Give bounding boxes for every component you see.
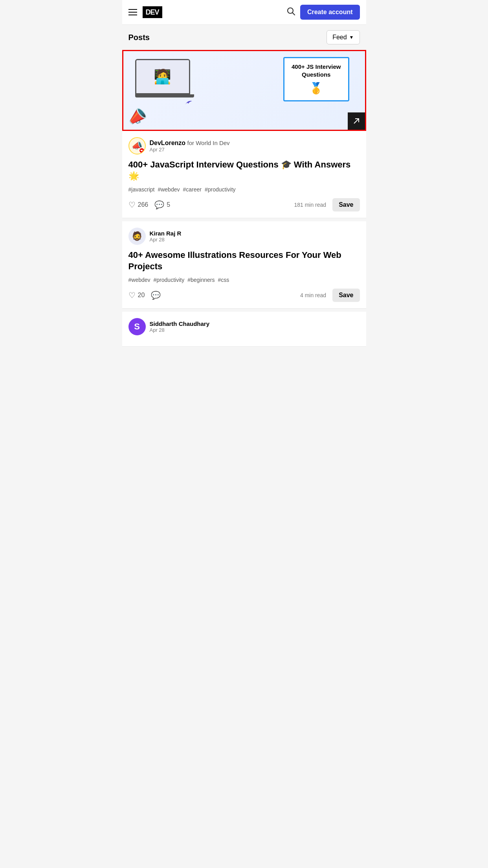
bird-icon (184, 99, 193, 108)
comment-count: 5 (167, 201, 170, 208)
read-time: 4 min read (300, 292, 326, 298)
like-count: 266 (138, 201, 149, 208)
comment-action[interactable]: 💬 (151, 291, 161, 300)
posts-title: Posts (128, 33, 150, 42)
post-card: S Siddharth Chaudhary Apr 28 (122, 312, 366, 347)
like-action[interactable]: ♡ 20 (128, 291, 145, 300)
feed-dropdown[interactable]: Feed ▼ (327, 30, 360, 44)
avatar-initial: S (134, 322, 140, 332)
post-tag[interactable]: #productivity (154, 277, 185, 283)
create-account-button[interactable]: Create account (300, 5, 360, 20)
save-button[interactable]: Save (332, 198, 360, 211)
post-tag[interactable]: #productivity (205, 186, 236, 193)
avatar-badge: ❤ (139, 147, 145, 154)
author-name[interactable]: DevLorenzo for World In Dev (150, 140, 230, 147)
post-tags: #webdev #productivity #beginners #css (128, 277, 360, 283)
search-icon[interactable] (286, 6, 295, 18)
avatar[interactable]: S (128, 318, 146, 335)
post-author-row: S Siddharth Chaudhary Apr 28 (128, 318, 360, 335)
author-info: DevLorenzo for World In Dev Apr 27 (150, 140, 230, 153)
author-info: Siddharth Chaudhary Apr 28 (150, 320, 210, 333)
svg-line-1 (292, 13, 295, 15)
heart-icon: ♡ (128, 291, 136, 300)
read-time: 181 min read (294, 202, 326, 208)
cert-text: 400+ JS InterviewQuestions (292, 63, 341, 78)
header-right: Create account (286, 5, 360, 20)
post-tag[interactable]: #webdev (158, 186, 180, 193)
post-tag[interactable]: #css (218, 277, 229, 283)
comment-icon: 💬 (151, 291, 161, 300)
post-tag[interactable]: #career (183, 186, 201, 193)
header-left: DEV (128, 6, 162, 18)
post-actions: ♡ 266 💬 5 181 min read Save (128, 198, 360, 211)
author-name[interactable]: Siddharth Chaudhary (150, 320, 210, 327)
feed-label: Feed (332, 34, 347, 41)
post-date: Apr 27 (150, 147, 230, 153)
featured-image-banner[interactable]: 🧑‍💻 📣 400+ JS InterviewQuestions 🥇 (122, 50, 366, 131)
avatar[interactable]: 📣 ❤ (128, 137, 146, 154)
post-tag[interactable]: #webdev (128, 277, 150, 283)
post-date: Apr 28 (150, 327, 210, 333)
post-card: 🧔 Kiran Raj R Apr 28 40+ Awesome Illustr… (122, 221, 366, 309)
post-date: Apr 28 (150, 237, 182, 243)
header: DEV Create account (122, 0, 366, 25)
certificate-box: 400+ JS InterviewQuestions 🥇 (283, 57, 349, 101)
post-title[interactable]: 400+ JavaScript Interview Questions 🎓 Wi… (128, 159, 360, 182)
author-name[interactable]: Kiran Raj R (150, 230, 182, 237)
medal-icon: 🥇 (292, 81, 341, 96)
post-actions: ♡ 20 💬 4 min read Save (128, 289, 360, 302)
like-count: 20 (138, 292, 145, 299)
megaphone-icon: 📣 (125, 105, 149, 129)
comment-action[interactable]: 💬 5 (154, 200, 170, 210)
post-card: 📣 ❤ DevLorenzo for World In Dev Apr 27 4… (122, 131, 366, 218)
like-action[interactable]: ♡ 266 (128, 200, 149, 210)
comment-icon: 💬 (154, 200, 164, 210)
heart-icon: ♡ (128, 200, 136, 210)
post-tag[interactable]: #javascript (128, 186, 155, 193)
post-title[interactable]: 40+ Awesome Illustrations Resources For … (128, 250, 360, 272)
post-author-row: 🧔 Kiran Raj R Apr 28 (128, 228, 360, 245)
heart-icon: ❤ (140, 149, 143, 153)
author-info: Kiran Raj R Apr 28 (150, 230, 182, 243)
laptop-person-icon: 🧑‍💻 (154, 68, 171, 85)
avatar[interactable]: 🧔 (128, 228, 146, 245)
dev-logo[interactable]: DEV (143, 6, 162, 18)
post-author-row: 📣 ❤ DevLorenzo for World In Dev Apr 27 (128, 137, 360, 154)
l-button[interactable] (348, 112, 365, 130)
chevron-down-icon: ▼ (349, 35, 354, 40)
featured-image-inner: 🧑‍💻 📣 400+ JS InterviewQuestions 🥇 (123, 51, 365, 130)
post-tags: #javascript #webdev #career #productivit… (128, 186, 360, 193)
post-tag[interactable]: #beginners (187, 277, 215, 283)
posts-bar: Posts Feed ▼ (122, 25, 366, 50)
avatar-emoji: 🧔 (132, 231, 142, 241)
save-button[interactable]: Save (332, 289, 360, 302)
hamburger-menu-icon[interactable] (128, 9, 137, 15)
